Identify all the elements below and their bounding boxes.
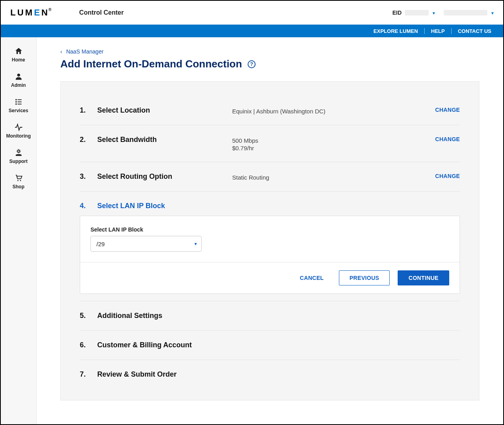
sidebar-label: Monitoring	[6, 133, 31, 139]
page-title: Add Internet On-Demand Connection	[60, 58, 242, 70]
previous-button[interactable]: PREVIOUS	[339, 270, 390, 285]
home-icon	[14, 47, 23, 56]
logo-part-e: E	[34, 8, 42, 17]
svg-point-3	[15, 101, 17, 103]
top-nav-bar: EXPLORE LUMEN HELP CONTACT US	[1, 25, 503, 37]
step-num: 3.	[80, 172, 97, 181]
step-num: 5.	[80, 312, 97, 320]
step-label: Additional Settings	[97, 312, 232, 320]
eid-label: EID	[392, 10, 402, 16]
sidebar-item-monitoring[interactable]: Monitoring	[1, 118, 36, 144]
change-button[interactable]: CHANGE	[435, 107, 460, 113]
account-value	[444, 10, 487, 15]
step-label: Select Routing Option	[97, 172, 232, 181]
step-num: 6.	[80, 341, 97, 349]
sidebar: Home Admin Services Monitoring Support S…	[1, 37, 37, 424]
contact-link[interactable]: CONTACT US	[451, 28, 498, 34]
step-3-row: 3. Select Routing Option Static Routing …	[80, 162, 460, 191]
step-value: 500 Mbps $0.79/hr	[232, 136, 420, 151]
app-title: Control Center	[79, 9, 124, 16]
lan-ip-input[interactable]	[90, 236, 202, 252]
step-label: Select Bandwidth	[97, 136, 232, 144]
logo: LUMEN®	[10, 8, 52, 18]
gear-hand-icon	[14, 148, 23, 157]
svg-rect-6	[17, 104, 21, 105]
svg-rect-2	[17, 100, 21, 100]
step-1-row: 1. Select Location Equinix | Ashburn (Wa…	[80, 96, 460, 125]
account-dropdown[interactable]: ▾	[491, 10, 494, 16]
svg-point-1	[15, 99, 17, 101]
svg-point-0	[17, 74, 20, 77]
sidebar-item-support[interactable]: Support	[1, 144, 36, 169]
svg-point-8	[17, 180, 18, 181]
logo-reg: ®	[48, 8, 51, 12]
step-value-line2: $0.79/hr	[232, 145, 420, 151]
list-icon	[14, 98, 23, 106]
lan-ip-select[interactable]: ▾	[90, 236, 202, 252]
step-label: Customer & Billing Account	[97, 341, 232, 349]
breadcrumb-label: NaaS Manager	[66, 48, 104, 55]
sidebar-item-services[interactable]: Services	[1, 93, 36, 118]
cart-icon	[14, 174, 23, 182]
sidebar-item-home[interactable]: Home	[1, 42, 36, 67]
svg-point-5	[15, 103, 17, 105]
step-4-row: 4. Select LAN IP Block	[80, 191, 460, 212]
step-label: Select Location	[97, 106, 232, 115]
step-6-row: 6. Customer & Billing Account	[80, 331, 460, 360]
field-label: Select LAN IP Block	[90, 226, 449, 233]
header-right: EID ▾ ▾	[392, 10, 494, 16]
cancel-button[interactable]: CANCEL	[293, 271, 331, 285]
step-7-row: 7. Review & Submit Order	[80, 360, 460, 389]
step-value: Equinix | Ashburn (Washington DC)	[232, 106, 420, 115]
chevron-down-icon: ▾	[491, 10, 494, 16]
step-value-line1: 500 Mbps	[232, 137, 258, 144]
eid-dropdown[interactable]: ▾	[432, 10, 435, 16]
svg-point-9	[20, 180, 21, 181]
help-icon[interactable]: ?	[248, 60, 256, 68]
sidebar-item-admin[interactable]: Admin	[1, 67, 36, 93]
step-2-row: 2. Select Bandwidth 500 Mbps $0.79/hr CH…	[80, 125, 460, 162]
sidebar-label: Admin	[11, 82, 26, 88]
svg-point-7	[17, 150, 20, 153]
step-num: 7.	[80, 370, 97, 379]
step-num: 2.	[80, 136, 97, 144]
change-button[interactable]: CHANGE	[435, 173, 460, 179]
page-title-row: Add Internet On-Demand Connection ?	[60, 58, 479, 70]
eid-value	[405, 10, 429, 15]
help-link[interactable]: HELP	[424, 28, 451, 34]
user-icon	[14, 72, 23, 81]
step-num: 1.	[80, 106, 97, 115]
sidebar-label: Support	[10, 159, 28, 164]
change-button[interactable]: CHANGE	[435, 136, 460, 142]
activity-icon	[14, 123, 23, 132]
step-5-row: 5. Additional Settings	[80, 301, 460, 331]
chevron-left-icon: ‹	[60, 48, 62, 55]
step-num: 4.	[80, 202, 97, 210]
header: LUMEN® Control Center EID ▾ ▾	[1, 1, 503, 25]
step-label: Review & Submit Order	[97, 370, 232, 379]
logo-part1: LUM	[10, 8, 34, 17]
continue-button[interactable]: CONTINUE	[398, 270, 449, 285]
layout: Home Admin Services Monitoring Support S…	[1, 37, 503, 424]
step-label: Select LAN IP Block	[97, 202, 232, 210]
card-footer: CANCEL PREVIOUS CONTINUE	[80, 262, 460, 293]
step-value: Static Routing	[232, 172, 420, 181]
main-content: ‹ NaaS Manager Add Internet On-Demand Co…	[37, 37, 503, 424]
chevron-down-icon: ▾	[433, 10, 435, 16]
svg-rect-4	[17, 101, 21, 102]
breadcrumb[interactable]: ‹ NaaS Manager	[60, 48, 479, 55]
explore-link[interactable]: EXPLORE LUMEN	[367, 28, 424, 34]
sidebar-label: Services	[9, 108, 28, 113]
sidebar-item-shop[interactable]: Shop	[1, 169, 36, 194]
sidebar-label: Home	[12, 57, 25, 63]
step-4-card: Select LAN IP Block ▾ CANCEL PREVIOUS CO…	[80, 216, 460, 294]
sidebar-label: Shop	[13, 184, 25, 190]
wizard-panel: 1. Select Location Equinix | Ashburn (Wa…	[60, 81, 479, 400]
